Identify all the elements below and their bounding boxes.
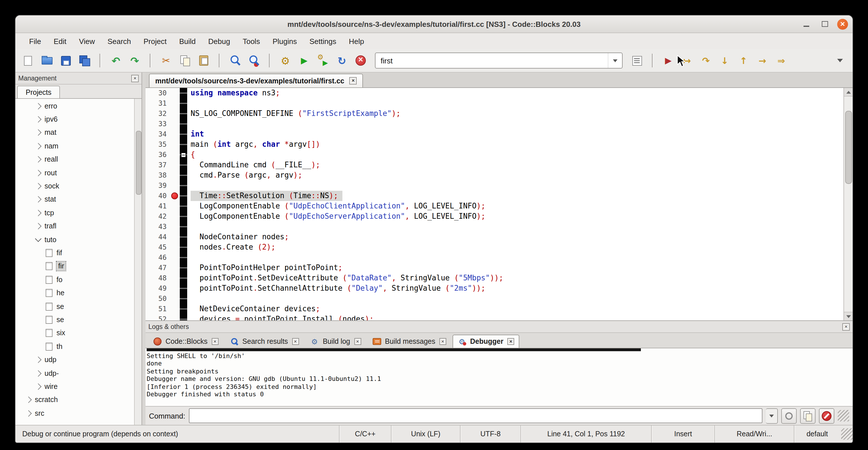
breakpoint-icon[interactable] (171, 192, 178, 199)
tree-item-tuto[interactable]: tuto (16, 233, 134, 246)
code-line[interactable]: 39 (146, 180, 843, 191)
menu-item-settings[interactable]: Settings (304, 35, 342, 47)
code-line[interactable]: 32NS_LOG_COMPONENT_DEFINE ("FirstScriptE… (146, 109, 843, 119)
breakpoint-margin[interactable] (169, 314, 180, 320)
toolbar-options-chevron-icon[interactable] (833, 54, 847, 67)
breakpoint-margin[interactable] (169, 294, 180, 304)
menu-item-search[interactable]: Search (102, 35, 137, 47)
fold-marker-icon[interactable] (181, 152, 186, 157)
code-line[interactable]: 37 CommandLine cmd (__FILE__); (146, 160, 843, 170)
breakpoint-margin[interactable] (169, 139, 180, 150)
log-tab-build-messages[interactable]: Build messages (367, 335, 452, 348)
find-icon[interactable] (228, 54, 242, 67)
tree-scrollbar[interactable] (134, 99, 142, 425)
breakpoint-margin[interactable] (169, 119, 180, 129)
step-out-icon[interactable]: ↑ (737, 54, 750, 67)
breakpoint-margin[interactable] (169, 252, 180, 263)
chevron-right-icon[interactable] (35, 156, 42, 163)
code-line[interactable]: 31 (146, 98, 843, 109)
chevron-right-icon[interactable] (35, 130, 42, 136)
editor-tab-first-cc[interactable]: mnt/dev/tools/source/ns-3-dev/examples/t… (149, 74, 363, 87)
breakpoint-margin[interactable] (169, 273, 180, 283)
tree-item-th[interactable]: th (16, 340, 134, 353)
step-into-instruction-icon[interactable]: ⇒ (774, 54, 788, 67)
breakpoint-margin[interactable] (169, 129, 180, 139)
next-line-icon[interactable]: ↷ (699, 54, 713, 67)
debug-continue-icon[interactable]: ▶ (661, 54, 675, 67)
run-icon[interactable]: ▶ (297, 54, 311, 67)
stop-debugger-icon[interactable] (819, 408, 834, 423)
code-line[interactable]: 49 pointToPoint.SetChannelAttribute ("De… (146, 283, 843, 294)
menu-item-build[interactable]: Build (174, 35, 202, 47)
debugger-output[interactable]: Setting SHELL to '/bin/sh'doneSetting br… (146, 348, 852, 407)
scroll-down-icon[interactable] (844, 312, 852, 320)
tab-projects[interactable]: Projects (17, 86, 60, 98)
log-tab-debugger[interactable]: Debugger (453, 335, 520, 348)
log-tab-build-log[interactable]: Build log (305, 335, 366, 348)
window-resize-grip[interactable] (841, 428, 852, 440)
breakpoint-margin[interactable] (169, 211, 180, 221)
copy-icon[interactable] (178, 54, 192, 67)
open-file-icon[interactable] (40, 54, 54, 67)
chevron-right-icon[interactable] (35, 143, 42, 149)
code-line[interactable]: 47 PointToPointHelper pointToPoint; (146, 263, 843, 273)
tree-item-sock[interactable]: sock (16, 180, 134, 193)
tree-item-nam[interactable]: nam (16, 139, 134, 153)
tree-item-six[interactable]: six (16, 326, 134, 340)
build-target-combobox[interactable]: first (375, 53, 623, 68)
menu-item-plugins[interactable]: Plugins (267, 35, 303, 47)
tree-item-fif[interactable]: fif (16, 246, 134, 260)
breakpoint-margin[interactable] (169, 170, 180, 180)
breakpoint-margin[interactable] (169, 232, 180, 242)
attach-icon[interactable] (781, 408, 797, 423)
close-editor-tab-icon[interactable] (349, 77, 357, 85)
close-log-tab-icon[interactable] (507, 338, 514, 345)
breakpoint-margin[interactable] (169, 191, 180, 201)
menu-item-debug[interactable]: Debug (203, 35, 236, 47)
breakpoint-margin[interactable] (169, 201, 180, 211)
breakpoint-margin[interactable] (169, 242, 180, 252)
minimize-button[interactable] (801, 18, 812, 30)
menu-item-edit[interactable]: Edit (48, 35, 72, 47)
tree-item-se[interactable]: se (16, 300, 134, 313)
tree-item-udp[interactable]: udp (16, 353, 134, 367)
tree-item-src[interactable]: src (16, 407, 134, 420)
tree-item-reall[interactable]: reall (16, 153, 134, 166)
editor-scrollbar[interactable] (843, 88, 852, 320)
chevron-right-icon[interactable] (25, 410, 32, 417)
code-line[interactable]: 51 NetDeviceContainer devices; (146, 304, 843, 314)
code-line[interactable]: 41 LogComponentEnable ("UdpEchoClientApp… (146, 201, 843, 211)
breakpoint-margin[interactable] (169, 150, 180, 160)
tree-item-he[interactable]: he (16, 287, 134, 300)
combobox-chevron-down-icon[interactable] (608, 53, 622, 68)
chevron-right-icon[interactable] (35, 197, 42, 203)
code-line[interactable]: 50 (146, 294, 843, 304)
log-tab-search-results[interactable]: Search results (224, 335, 304, 348)
tree-item-erro[interactable]: erro (16, 99, 134, 113)
breakpoint-margin[interactable] (169, 180, 180, 191)
breakpoint-margin[interactable] (169, 88, 180, 98)
menu-item-tools[interactable]: Tools (237, 35, 266, 47)
chevron-right-icon[interactable] (35, 116, 42, 123)
build-and-run-icon[interactable]: ▶ (316, 54, 330, 67)
code-view[interactable]: 30using namespace ns3;3132NS_LOG_COMPONE… (146, 88, 843, 320)
breakpoint-margin[interactable] (169, 263, 180, 273)
breakpoint-margin[interactable] (169, 160, 180, 170)
code-line[interactable]: 36{ (146, 150, 843, 160)
menu-item-file[interactable]: File (23, 35, 47, 47)
tree-item-rout[interactable]: rout (16, 166, 134, 180)
logs-resize-grip[interactable] (838, 410, 849, 421)
save-all-icon[interactable] (78, 54, 91, 67)
tree-item-udp[interactable]: udp- (16, 367, 134, 380)
code-line[interactable]: 46 (146, 252, 843, 263)
abort-build-icon[interactable] (354, 54, 368, 67)
build-target-list-icon[interactable] (630, 54, 644, 67)
chevron-right-icon[interactable] (35, 357, 42, 363)
tree-item-wire[interactable]: wire (16, 380, 134, 393)
replace-icon[interactable] (247, 54, 261, 67)
next-instruction-icon[interactable]: → (755, 54, 769, 67)
undo-icon[interactable]: ↶ (109, 54, 123, 67)
tree-item-se[interactable]: se (16, 313, 134, 327)
breakpoint-margin[interactable] (169, 109, 180, 119)
title-bar[interactable]: mnt/dev/tools/source/ns-3-dev/examples/t… (16, 16, 852, 33)
